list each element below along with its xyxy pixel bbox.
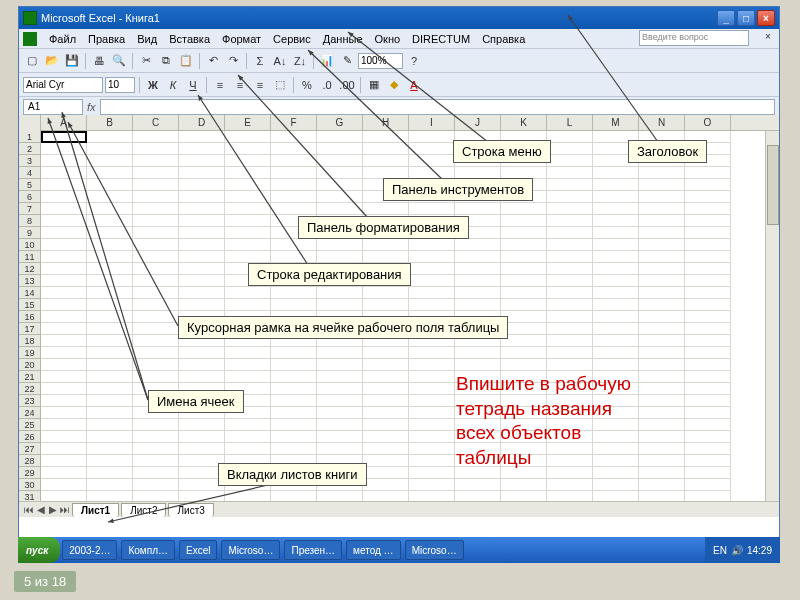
menu-view[interactable]: Вид	[131, 31, 163, 47]
tab-last-icon[interactable]: ⏭	[59, 504, 71, 515]
row-header[interactable]: 5	[19, 179, 41, 191]
cell[interactable]	[41, 323, 87, 335]
cell[interactable]	[317, 407, 363, 419]
cell[interactable]	[547, 167, 593, 179]
cell[interactable]	[593, 227, 639, 239]
cell[interactable]	[225, 443, 271, 455]
row-header[interactable]: 11	[19, 251, 41, 263]
cell[interactable]	[409, 359, 455, 371]
sort-desc-icon[interactable]: Z↓	[291, 52, 309, 70]
open-icon[interactable]: 📂	[43, 52, 61, 70]
cell[interactable]	[225, 239, 271, 251]
cell[interactable]	[363, 431, 409, 443]
cell[interactable]	[317, 203, 363, 215]
cell[interactable]	[87, 395, 133, 407]
row-header[interactable]: 23	[19, 395, 41, 407]
cell[interactable]	[271, 299, 317, 311]
cell[interactable]	[409, 491, 455, 501]
cell[interactable]	[409, 431, 455, 443]
cell[interactable]	[41, 131, 87, 143]
column-header[interactable]: I	[409, 115, 455, 130]
cell[interactable]	[179, 443, 225, 455]
cell[interactable]	[133, 299, 179, 311]
column-header[interactable]: L	[547, 115, 593, 130]
cell[interactable]	[547, 227, 593, 239]
cell[interactable]	[547, 191, 593, 203]
cell[interactable]	[639, 263, 685, 275]
row-header[interactable]: 21	[19, 371, 41, 383]
cell[interactable]	[363, 419, 409, 431]
autosum-icon[interactable]: Σ	[251, 52, 269, 70]
cell[interactable]	[593, 239, 639, 251]
cell[interactable]	[87, 407, 133, 419]
drawing-icon[interactable]: ✎	[338, 52, 356, 70]
column-header[interactable]: H	[363, 115, 409, 130]
row-header[interactable]: 6	[19, 191, 41, 203]
row-header[interactable]: 17	[19, 323, 41, 335]
name-box[interactable]: A1	[23, 99, 83, 115]
cell[interactable]	[179, 491, 225, 501]
cell[interactable]	[225, 167, 271, 179]
cell[interactable]	[639, 203, 685, 215]
cell[interactable]	[547, 287, 593, 299]
task-item[interactable]: Microso…	[221, 540, 280, 560]
cell[interactable]	[639, 251, 685, 263]
font-name-combo[interactable]: Arial Cyr	[23, 77, 103, 93]
cell[interactable]	[87, 371, 133, 383]
cell[interactable]	[225, 431, 271, 443]
cell[interactable]	[593, 323, 639, 335]
cell[interactable]	[271, 143, 317, 155]
cell[interactable]	[271, 431, 317, 443]
row-header[interactable]: 9	[19, 227, 41, 239]
cell[interactable]	[639, 275, 685, 287]
cell[interactable]	[271, 251, 317, 263]
cell[interactable]	[87, 263, 133, 275]
cell[interactable]	[41, 335, 87, 347]
cell[interactable]	[547, 323, 593, 335]
cell[interactable]	[271, 203, 317, 215]
cell[interactable]	[685, 167, 731, 179]
cell[interactable]	[133, 263, 179, 275]
cell[interactable]	[593, 251, 639, 263]
formula-input[interactable]	[100, 99, 775, 115]
cell[interactable]	[271, 239, 317, 251]
cell[interactable]	[639, 287, 685, 299]
cell[interactable]	[685, 263, 731, 275]
cell[interactable]	[41, 419, 87, 431]
cell[interactable]	[133, 347, 179, 359]
cell[interactable]	[179, 359, 225, 371]
cell[interactable]	[593, 347, 639, 359]
cell[interactable]	[133, 479, 179, 491]
cell[interactable]	[547, 275, 593, 287]
menu-format[interactable]: Формат	[216, 31, 267, 47]
cell[interactable]	[363, 359, 409, 371]
cell[interactable]	[317, 287, 363, 299]
cell[interactable]	[501, 347, 547, 359]
cell[interactable]	[455, 479, 501, 491]
cell[interactable]	[685, 251, 731, 263]
cell[interactable]	[593, 203, 639, 215]
cell[interactable]	[501, 359, 547, 371]
cell[interactable]	[41, 455, 87, 467]
cell[interactable]	[317, 239, 363, 251]
cell[interactable]	[639, 239, 685, 251]
cell[interactable]	[87, 347, 133, 359]
task-item[interactable]: 2003-2…	[62, 540, 117, 560]
cell[interactable]	[133, 167, 179, 179]
cell[interactable]	[225, 179, 271, 191]
row-header[interactable]: 8	[19, 215, 41, 227]
cell[interactable]	[225, 191, 271, 203]
cell[interactable]	[639, 179, 685, 191]
cell[interactable]	[271, 419, 317, 431]
cell[interactable]	[179, 203, 225, 215]
cell[interactable]	[547, 347, 593, 359]
row-header[interactable]: 3	[19, 155, 41, 167]
column-header[interactable]: E	[225, 115, 271, 130]
cell[interactable]	[225, 347, 271, 359]
cell[interactable]	[133, 311, 179, 323]
cell[interactable]	[501, 239, 547, 251]
cell[interactable]	[41, 311, 87, 323]
tab-first-icon[interactable]: ⏮	[23, 504, 35, 515]
cell[interactable]	[501, 251, 547, 263]
cell[interactable]	[271, 287, 317, 299]
